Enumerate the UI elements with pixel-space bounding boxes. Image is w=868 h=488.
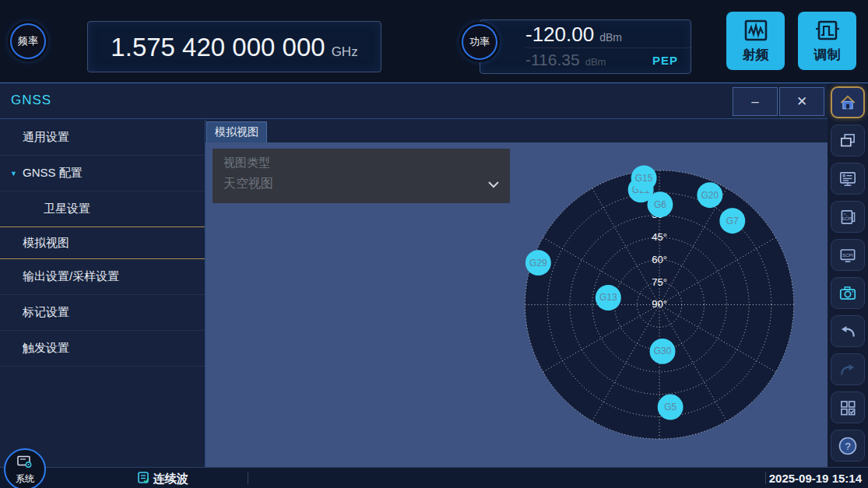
continuous-wave-icon [137,471,150,486]
tab-simulation-view[interactable]: 模拟视图 [206,121,267,142]
undo-icon [838,321,858,342]
power-row: -120.00 dBm [525,22,691,48]
frequency-value: 1.575 420 000 000 [111,33,325,62]
help-button[interactable]: ? [831,430,865,462]
pep-label: PEP [652,54,691,67]
power-value: -120.00 [525,23,594,47]
view-type-label: 视图类型 [223,156,499,170]
waveform-mode-label: 连续波 [153,472,188,486]
frequency-unit: GHz [332,44,358,60]
sidebar-item-1[interactable]: ▼GNSS 配置 [0,156,205,191]
rf-button-label: 射频 [743,46,769,64]
window-title: GNSS [11,93,51,108]
window-layout-button[interactable] [831,125,865,156]
sidebar-item-2[interactable]: 卫星设置 [0,191,205,227]
power-panel[interactable]: -120.00 dBm -116.35 dBm PEP [480,19,691,74]
window-body: 通用设置▼GNSS 配置卫星设置模拟视图输出设置/采样设置标记设置触发设置 模拟… [0,120,828,467]
view-type-select[interactable]: 视图类型 天空视图 [213,149,510,203]
sidebar-item-label: 输出设置/采样设置 [23,269,119,284]
elevation-label: 60° [652,254,667,265]
redo-icon [838,360,858,380]
view-type-value: 天空视图 [223,176,273,192]
window-title-bar: GNSS – ✕ [0,83,828,119]
preset-grid-button[interactable] [831,391,865,423]
satellite-G5[interactable]: G5 [658,395,684,420]
scpi-command-icon: >_SCPI [838,207,858,227]
power-unit: dBm [599,26,622,44]
sidebar: 通用设置▼GNSS 配置卫星设置模拟视图输出设置/采样设置标记设置触发设置 [0,120,206,467]
gnss-window: GNSS – ✕ 通用设置▼GNSS 配置卫星设置模拟视图输出设置/采样设置标记… [0,83,828,467]
satellite-label: G20 [701,190,719,201]
frequency-badge[interactable]: 频率 [10,23,46,59]
elevation-label: 45° [652,231,667,243]
scpi-monitor-icon: SCPI [838,245,858,265]
satellite-label: G29 [529,258,547,269]
sidebar-item-5[interactable]: 标记设置 [0,295,205,331]
status-divider [248,472,248,484]
satellite-G30[interactable]: G30 [650,339,676,364]
sidebar-item-4[interactable]: 输出设置/采样设置 [0,259,205,295]
elevation-label: 90° [652,298,667,310]
expand-triangle-icon[interactable]: ▼ [10,170,17,177]
status-divider [765,472,766,484]
system-button[interactable]: 系统 [4,448,46,488]
satellite-label: G5 [664,402,676,413]
datetime: 2025-09-19 15:14 [769,472,862,485]
satellite-G15[interactable]: G15 [631,165,657,191]
help-icon: ? [837,435,859,457]
satellite-label: G13 [599,292,617,303]
sidebar-item-6[interactable]: 触发设置 [0,331,205,367]
satellite-G20[interactable]: G20 [697,182,722,208]
right-toolbar: >_SCPI SCPI ? [828,83,868,467]
frequency-badge-label: 频率 [18,34,38,48]
sidebar-item-3[interactable]: 模拟视图 [0,226,205,259]
sidebar-item-label: 标记设置 [23,305,69,320]
pep-row: -116.35 dBm PEP [525,48,691,72]
scpi-monitor-button[interactable]: SCPI [831,239,865,271]
sidebar-item-label: 通用设置 [23,130,69,145]
power-badge[interactable]: 功率 [462,24,497,60]
sidebar-item-label: 触发设置 [23,341,69,356]
system-button-label: 系统 [16,472,34,486]
chevron-down-icon [488,177,499,191]
home-button[interactable] [831,86,865,118]
sidebar-item-label: 模拟视图 [23,236,69,251]
top-bar: 频率 1.575 420 000 000 GHz 功率 -120.00 dBm … [0,0,868,83]
camera-icon [838,283,858,304]
minimize-icon: – [751,94,758,110]
modulation-button[interactable]: 调制 [798,12,856,70]
sidebar-item-0[interactable]: 通用设置 [0,120,205,156]
undo-button[interactable] [831,315,865,347]
screenshot-button[interactable] [831,277,865,309]
home-icon [838,93,858,113]
redo-button[interactable] [831,353,865,385]
sidebar-item-label: 卫星设置 [44,202,90,216]
close-icon: ✕ [796,93,807,110]
instrument-config-button[interactable] [831,163,865,195]
system-gear-icon [16,455,33,472]
satellite-label: G7 [726,216,739,226]
rf-waveform-icon [743,19,769,42]
windows-icon [838,131,858,151]
content: 模拟视图 90°75°60°45°30°G21G15G20G6G7G29G13G… [206,120,828,467]
close-button[interactable]: ✕ [779,87,824,116]
modulation-pulse-icon [814,19,841,42]
satellite-label: G6 [654,199,666,210]
grid-check-icon [838,398,858,418]
sidebar-item-label: GNSS 配置 [23,166,83,181]
satellite-label: G15 [635,173,653,184]
satellite-G13[interactable]: G13 [596,285,621,311]
svg-text:SCPI: SCPI [842,252,853,257]
rf-button[interactable]: 射频 [726,12,785,70]
satellite-G29[interactable]: G29 [525,250,551,276]
content-area: 90°75°60°45°30°G21G15G20G6G7G29G13G30G5 … [206,142,828,467]
svg-text:>_: >_ [844,211,849,216]
frequency-panel[interactable]: 1.575 420 000 000 GHz [87,21,381,72]
monitor-settings-icon [838,169,858,189]
svg-text:?: ? [845,440,850,451]
scpi-command-button[interactable]: >_SCPI [831,201,865,233]
satellite-G7[interactable]: G7 [719,208,745,233]
satellite-G6[interactable]: G6 [647,191,673,217]
pep-value: -116.35 [525,51,580,69]
minimize-button[interactable]: – [733,87,778,116]
